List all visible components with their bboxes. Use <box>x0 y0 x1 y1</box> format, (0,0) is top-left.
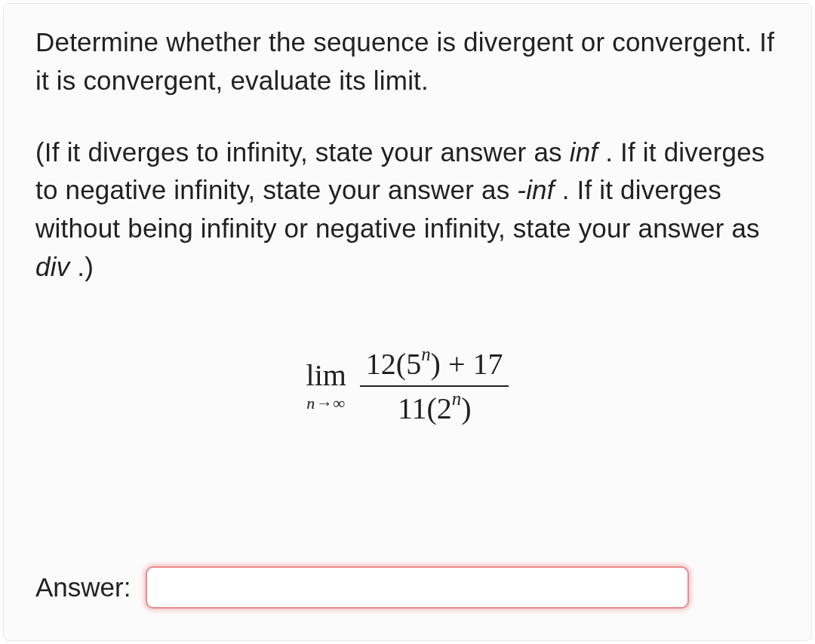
num-part-a: 12(5 <box>366 347 421 381</box>
lim-subscript: n→∞ <box>306 395 346 412</box>
lim-text: lim <box>306 360 346 391</box>
fraction: 12(5n) + 17 11(2n) <box>360 347 509 426</box>
denominator: 11(2n) <box>392 391 478 425</box>
text-segment: .) <box>69 252 94 281</box>
sub-n: n <box>306 394 315 412</box>
den-part-a: 11(2 <box>398 391 452 425</box>
limit-operator: lim n→∞ <box>306 360 346 412</box>
numerator: 12(5n) + 17 <box>360 347 509 381</box>
keyword-neg-inf: -inf <box>517 175 554 204</box>
text-segment: (If it diverges to infinity, state your … <box>35 137 570 167</box>
question-card: Determine whether the sequence is diverg… <box>3 3 812 641</box>
formula-row: lim n→∞ 12(5n) + 17 11(2n) <box>306 347 509 426</box>
answer-row: Answer: <box>35 566 689 609</box>
question-paragraph-1: Determine whether the sequence is diverg… <box>35 23 780 100</box>
sub-inf: ∞ <box>333 394 346 412</box>
num-part-b: ) + 17 <box>431 347 503 381</box>
question-paragraph-2: (If it diverges to infinity, state your … <box>35 133 780 287</box>
keyword-inf: inf <box>570 137 598 167</box>
fraction-bar <box>360 385 509 387</box>
answer-input[interactable] <box>146 566 689 609</box>
den-exponent: n <box>452 388 461 409</box>
limit-expression: lim n→∞ 12(5n) + 17 11(2n) <box>35 347 780 426</box>
num-exponent: n <box>421 344 430 364</box>
answer-label: Answer: <box>35 572 131 603</box>
sub-arrow: → <box>315 394 333 412</box>
den-part-b: ) <box>461 391 471 425</box>
keyword-div: div <box>35 252 69 281</box>
